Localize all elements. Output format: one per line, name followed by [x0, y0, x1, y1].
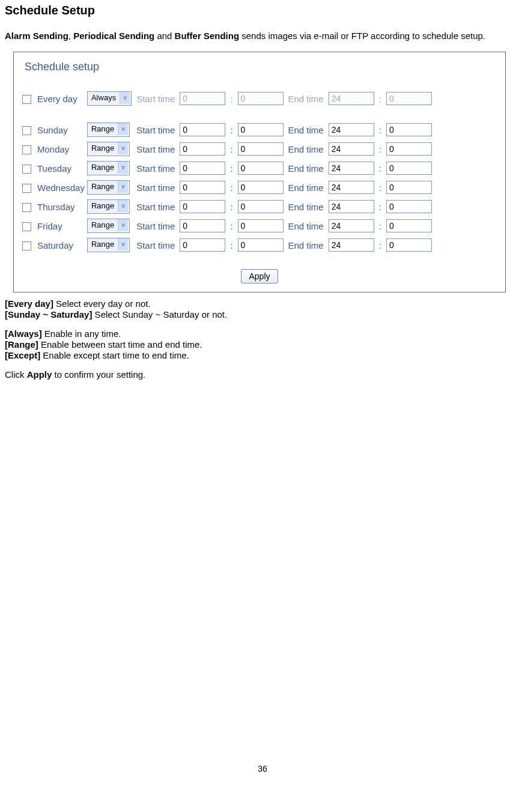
colon: :	[228, 144, 235, 154]
table-row: Friday Rangev Start time 0 : 0 End time …	[22, 217, 434, 234]
table-row: Saturday Rangev Start time 0 : 0 End tim…	[22, 237, 434, 253]
chevron-down-icon: v	[120, 92, 130, 104]
end-min-input[interactable]: 0	[386, 142, 432, 156]
mode-value: Range	[91, 240, 114, 249]
chevron-down-icon: v	[118, 238, 128, 250]
mode-select[interactable]: Rangev	[87, 123, 130, 137]
mode-select[interactable]: Alwaysv	[87, 91, 132, 106]
def-weekday-key: [Sunday ~ Saturday]	[5, 309, 92, 320]
checkbox-thursday[interactable]	[22, 203, 31, 212]
checkbox-friday[interactable]	[22, 222, 31, 231]
table-row: Every day Alwaysv Start time 0 : 0 End t…	[22, 90, 434, 107]
end-hour-input[interactable]: 24	[329, 238, 374, 252]
colon: :	[377, 221, 384, 231]
mode-select[interactable]: Rangev	[87, 199, 130, 214]
definitions-block: [Every day] Select every day or not. [Su…	[5, 298, 520, 380]
table-row: Thursday Rangev Start time 0 : 0 End tim…	[22, 198, 434, 215]
mode-value: Range	[91, 201, 114, 210]
apply-note-a: Click	[5, 369, 27, 380]
start-hour-input[interactable]: 0	[180, 238, 225, 252]
mode-select[interactable]: Rangev	[87, 180, 130, 195]
colon: :	[377, 94, 384, 104]
apply-note-c: to confirm your setting.	[52, 369, 145, 380]
end-min-input[interactable]: 0	[386, 238, 432, 252]
start-time-label: Start time	[134, 94, 177, 104]
start-hour-input[interactable]: 0	[180, 200, 225, 213]
intro-b1: Alarm Sending	[5, 31, 68, 41]
start-time-label: Start time	[134, 183, 177, 193]
def-range-text: Enable between start time and end time.	[38, 339, 202, 350]
start-hour-input[interactable]: 0	[180, 92, 225, 105]
mode-select[interactable]: Rangev	[87, 238, 130, 252]
day-label: Saturday	[37, 240, 73, 250]
end-time-label: End time	[286, 144, 326, 154]
mode-select[interactable]: Rangev	[87, 219, 130, 233]
end-time-label: End time	[286, 183, 326, 193]
checkbox-tuesday[interactable]	[22, 165, 31, 174]
end-time-label: End time	[286, 221, 326, 231]
end-hour-input[interactable]: 24	[329, 162, 374, 175]
chevron-down-icon: v	[118, 200, 128, 212]
day-label: Every day	[37, 94, 77, 104]
start-hour-input[interactable]: 0	[180, 142, 225, 156]
mode-value: Range	[91, 144, 114, 153]
page-title: Schedule Setup	[5, 4, 520, 17]
end-min-input[interactable]: 0	[386, 123, 432, 136]
colon: :	[377, 125, 384, 135]
intro-b3: Buffer Sending	[175, 31, 240, 41]
checkbox-saturday[interactable]	[22, 241, 31, 250]
end-hour-input[interactable]: 24	[329, 219, 374, 232]
intro-sep1: ,	[68, 31, 73, 41]
start-min-input[interactable]: 0	[238, 238, 284, 252]
checkbox-sunday[interactable]	[22, 126, 31, 135]
start-min-input[interactable]: 0	[238, 92, 284, 105]
end-min-input[interactable]: 0	[386, 92, 432, 105]
mode-select[interactable]: Rangev	[87, 161, 130, 175]
start-hour-input[interactable]: 0	[180, 162, 225, 175]
start-min-input[interactable]: 0	[238, 162, 284, 175]
end-min-input[interactable]: 0	[386, 219, 432, 232]
def-everyday-key: [Every day]	[5, 298, 53, 309]
start-hour-input[interactable]: 0	[180, 219, 225, 232]
end-min-input[interactable]: 0	[386, 162, 432, 175]
end-hour-input[interactable]: 24	[329, 181, 374, 194]
mode-value: Range	[91, 163, 114, 172]
start-time-label: Start time	[134, 240, 177, 250]
checkbox-everyday[interactable]	[22, 95, 31, 104]
start-time-label: Start time	[134, 221, 177, 231]
chevron-down-icon: v	[118, 142, 128, 154]
def-weekday-text: Select Sunday ~ Saturday or not.	[92, 309, 227, 320]
apply-button[interactable]: Apply	[241, 269, 278, 283]
panel-heading: Schedule setup	[25, 61, 497, 73]
end-time-label: End time	[286, 202, 326, 212]
colon: :	[228, 125, 235, 135]
start-min-input[interactable]: 0	[238, 200, 284, 213]
start-hour-input[interactable]: 0	[180, 123, 225, 136]
end-hour-input[interactable]: 24	[329, 92, 374, 105]
chevron-down-icon: v	[118, 219, 128, 231]
schedule-table: Every day Alwaysv Start time 0 : 0 End t…	[22, 88, 434, 256]
colon: :	[377, 240, 384, 250]
end-min-input[interactable]: 0	[386, 200, 432, 213]
def-range-key: [Range]	[5, 339, 38, 350]
start-min-input[interactable]: 0	[238, 181, 284, 194]
checkbox-monday[interactable]	[22, 145, 31, 154]
intro-text: Alarm Sending, Periodical Sending and Bu…	[5, 31, 520, 41]
day-label: Thursday	[37, 202, 75, 212]
colon: :	[228, 202, 235, 212]
end-time-label: End time	[286, 125, 326, 135]
end-hour-input[interactable]: 24	[329, 142, 374, 156]
end-hour-input[interactable]: 24	[329, 200, 374, 213]
intro-tail: sends images via e-mail or FTP according…	[239, 31, 485, 41]
start-hour-input[interactable]: 0	[180, 181, 225, 194]
end-hour-input[interactable]: 24	[329, 123, 374, 136]
start-min-input[interactable]: 0	[238, 219, 284, 232]
table-row: Wednesday Rangev Start time 0 : 0 End ti…	[22, 179, 434, 196]
start-min-input[interactable]: 0	[238, 123, 284, 136]
start-min-input[interactable]: 0	[238, 142, 284, 156]
end-min-input[interactable]: 0	[386, 181, 432, 194]
checkbox-wednesday[interactable]	[22, 184, 31, 193]
colon: :	[377, 163, 384, 174]
start-time-label: Start time	[134, 144, 177, 154]
mode-select[interactable]: Rangev	[87, 142, 130, 156]
